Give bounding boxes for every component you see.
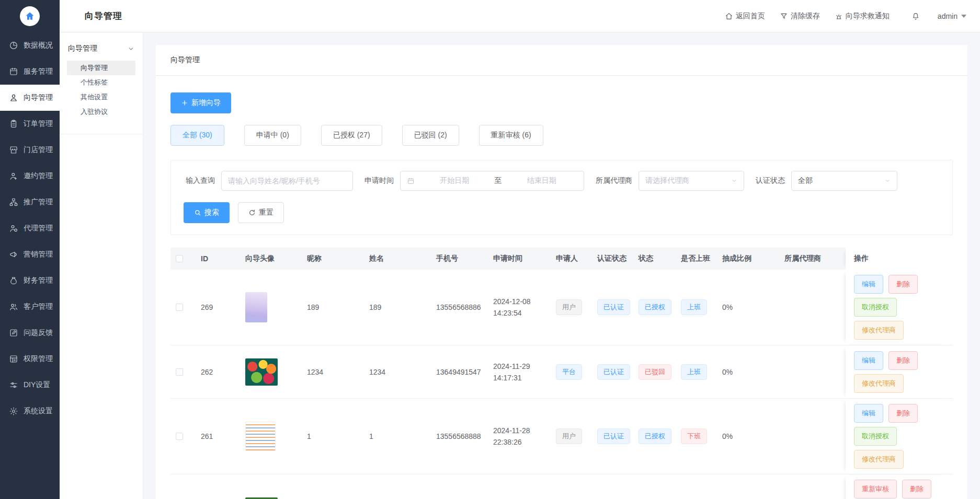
topbar-link-3[interactable]: 向导求救通知	[835, 11, 890, 21]
sidebar-item-13[interactable]: 权限管理	[0, 346, 60, 372]
agent-select[interactable]: 请选择代理商	[639, 171, 744, 191]
submenu-item-4[interactable]: 入驻协议	[67, 105, 135, 119]
submenu-group-label: 向导管理	[68, 44, 97, 53]
action-button[interactable]: 编辑	[854, 404, 883, 423]
calendar-icon	[407, 177, 415, 185]
row-checkbox[interactable]	[176, 368, 183, 376]
sidebar-item-label: 权限管理	[24, 354, 53, 364]
app-logo[interactable]	[0, 0, 60, 32]
row-checkbox[interactable]	[176, 304, 183, 311]
content-card: 向导管理 新增向导 全部 (30)申请中 (0)已授权 (27)已驳回 (2)重…	[156, 45, 967, 499]
tab-4[interactable]: 已驳回 (2)	[402, 125, 459, 146]
action-button[interactable]: 修改代理商	[854, 374, 904, 393]
date-range-picker[interactable]: 开始日期 至 结束日期	[400, 171, 584, 191]
work-status-tag: 上班	[681, 299, 707, 315]
submenu-item-2[interactable]: 个性标签	[67, 75, 135, 90]
sidebar-item-14[interactable]: DIY设置	[0, 372, 60, 398]
search-button[interactable]: 搜索	[184, 202, 230, 223]
auth-status-select[interactable]: 全部	[791, 171, 897, 191]
tab-5[interactable]: 重新审核 (6)	[479, 125, 543, 146]
action-button[interactable]: 删除	[888, 275, 918, 294]
action-button[interactable]: 删除	[902, 480, 931, 498]
table-row: 26212341234136494915472024-11-2914:17:31…	[170, 345, 953, 399]
table-row: 26111135565688882024-11-2822:38:26用户已认证已…	[170, 399, 953, 474]
sidebar-item-5[interactable]: 门店管理	[0, 137, 60, 163]
sidebar-item-3[interactable]: 向导管理	[0, 85, 60, 111]
action-button[interactable]: 删除	[888, 404, 918, 423]
action-button[interactable]: 修改代理商	[854, 450, 904, 469]
sidebar-item-1[interactable]: 数据概况	[0, 32, 60, 59]
add-guide-button[interactable]: 新增向导	[170, 92, 231, 113]
permission-icon	[9, 354, 18, 364]
topbar-link-1[interactable]: 返回首页	[725, 11, 765, 21]
cell-name: 1	[364, 426, 431, 447]
cell-phone: 13556568886	[431, 297, 488, 318]
sidebar-item-6[interactable]: 邀约管理	[0, 163, 60, 189]
tab-2[interactable]: 申请中 (0)	[244, 125, 301, 146]
action-button[interactable]: 删除	[888, 351, 918, 370]
cell-name: 1234	[364, 362, 431, 382]
action-button[interactable]: 取消授权	[854, 427, 897, 446]
submenu-group-toggle[interactable]: 向导管理	[60, 40, 143, 61]
auth-status-tag: 已认证	[597, 428, 630, 444]
sidebar-item-15[interactable]: 系统设置	[0, 398, 60, 424]
sidebar-item-label: 数据概况	[24, 41, 53, 50]
customer-icon	[9, 302, 18, 311]
sidebar-item-12[interactable]: 问题反馈	[0, 320, 60, 346]
tab-3[interactable]: 已授权 (27)	[321, 125, 382, 146]
action-button[interactable]: 重新审核	[854, 480, 897, 498]
cell-apply-time: 2024-12-0814:23:54	[488, 292, 551, 323]
action-button[interactable]: 修改代理商	[854, 321, 904, 340]
cell-ratio: 0%	[717, 362, 779, 382]
sidebar-item-4[interactable]: 订单管理	[0, 111, 60, 137]
refresh-icon	[248, 209, 256, 216]
cell-apply-time: 2024-11-2914:17:31	[488, 356, 551, 388]
status-tag: 已授权	[639, 428, 671, 444]
page-title: 向导管理	[85, 10, 122, 22]
filter-panel: 输入查询 申请时间 开始日期 至 结束日期 所属代理商	[170, 160, 953, 235]
secondary-sidebar: 向导管理 向导管理个性标签其他设置入驻协议	[60, 32, 143, 499]
cell-agent	[779, 297, 846, 318]
cell-nickname: 1234	[302, 362, 364, 382]
agent-icon	[9, 224, 18, 233]
sidebar-item-2[interactable]: 服务管理	[0, 59, 60, 85]
feedback-icon	[9, 328, 18, 338]
apply-time-label: 申请时间	[364, 176, 394, 185]
username: admin	[938, 12, 958, 20]
auth-status-label: 认证状态	[756, 176, 785, 185]
sidebar-item-7[interactable]: 推广管理	[0, 189, 60, 215]
guide-avatar	[245, 358, 278, 386]
sidebar-item-10[interactable]: 财务管理	[0, 268, 60, 294]
sidebar-item-label: 门店管理	[24, 145, 53, 155]
query-label: 输入查询	[186, 176, 215, 185]
sidebar-item-9[interactable]: 营销管理	[0, 241, 60, 268]
action-button[interactable]: 取消授权	[854, 298, 897, 317]
auth-status-tag: 已认证	[597, 364, 630, 380]
sidebar-item-11[interactable]: 客户管理	[0, 294, 60, 320]
calendar-icon	[9, 67, 18, 76]
sidebar-item-8[interactable]: 代理管理	[0, 215, 60, 241]
tab-1[interactable]: 全部 (30)	[170, 125, 224, 146]
submenu-item-3[interactable]: 其他设置	[67, 90, 135, 105]
query-input[interactable]	[221, 171, 353, 191]
cell-name: 189	[364, 297, 431, 318]
row-checkbox[interactable]	[176, 433, 183, 440]
submenu-item-1[interactable]: 向导管理	[67, 61, 135, 75]
reset-button[interactable]: 重置	[238, 202, 284, 223]
cell-ratio: 0%	[717, 426, 779, 447]
column-header: 状态	[633, 248, 676, 270]
settings-gear-icon	[9, 407, 18, 416]
agent-label: 所属代理商	[596, 176, 632, 185]
action-button[interactable]: 编辑	[854, 351, 883, 370]
select-all-checkbox[interactable]	[176, 255, 183, 262]
topbar-link-2[interactable]: 清除缓存	[780, 11, 820, 21]
chevron-down-icon	[731, 178, 737, 184]
cell-agent	[779, 426, 846, 447]
user-menu[interactable]: admin	[938, 12, 966, 20]
notification-bell-icon[interactable]	[911, 12, 920, 20]
action-button[interactable]: 编辑	[854, 275, 883, 294]
cell-nickname: 189	[302, 297, 364, 318]
chevron-down-icon	[961, 15, 966, 18]
auth-status-tag: 已认证	[597, 299, 630, 315]
cell-apply-time: 2024-11-2715:01:47	[488, 496, 551, 499]
